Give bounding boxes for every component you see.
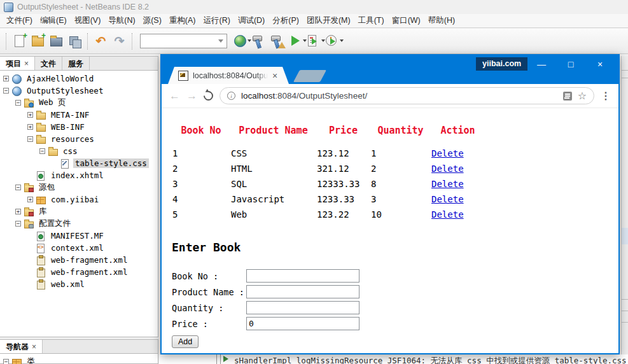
menu-debug[interactable]: 调试(D) bbox=[234, 14, 269, 27]
add-button[interactable]: Add bbox=[172, 335, 199, 348]
price-input[interactable] bbox=[246, 317, 359, 330]
browser-tab[interactable]: localhost:8084/OutputS × bbox=[168, 67, 289, 84]
collapse-icon[interactable] bbox=[15, 221, 21, 227]
menu-window[interactable]: 窗口(W) bbox=[388, 14, 424, 27]
table-row: 5Web123.2210Delete bbox=[172, 209, 485, 224]
menu-team[interactable]: 团队开发(M) bbox=[303, 14, 354, 27]
menu-edit[interactable]: 编辑(E) bbox=[36, 14, 71, 27]
webxml-file-icon bbox=[36, 280, 46, 289]
expand-icon[interactable] bbox=[15, 209, 21, 214]
delete-link[interactable]: Delete bbox=[431, 179, 464, 189]
bookmark-star-icon[interactable]: ☆ bbox=[578, 91, 587, 101]
tree-item-source-packages[interactable]: 源包 bbox=[0, 181, 158, 193]
webxml-file-icon bbox=[36, 256, 46, 265]
url-text: localhost:8084/OutputStylesheet/ bbox=[241, 91, 367, 101]
menu-refactor[interactable]: 重构(A) bbox=[165, 14, 200, 27]
close-button[interactable]: × bbox=[585, 59, 615, 70]
delete-link[interactable]: Delete bbox=[431, 194, 464, 204]
new-file-button[interactable]: + bbox=[11, 32, 28, 50]
redo-button[interactable]: ↷ bbox=[111, 32, 128, 50]
web-folder-icon bbox=[24, 99, 34, 108]
book-no-input[interactable] bbox=[246, 269, 359, 283]
tree-item-web-fragment-xml[interactable]: web-fragment.xml bbox=[0, 254, 158, 266]
tree-item-libraries[interactable]: 库 bbox=[0, 206, 158, 218]
collapse-icon[interactable] bbox=[3, 359, 9, 364]
tree-item-ajaxhelloworld[interactable]: AjaxHelloWorld bbox=[0, 73, 158, 85]
tree-item-web-fragment-xml-2[interactable]: web-fragment.xml bbox=[0, 266, 158, 278]
delete-link[interactable]: Delete bbox=[431, 164, 464, 174]
expand-icon[interactable] bbox=[27, 112, 33, 118]
menu-run[interactable]: 运行(R) bbox=[200, 14, 234, 27]
collapse-icon[interactable] bbox=[3, 88, 9, 94]
delete-link[interactable]: Delete bbox=[431, 209, 464, 220]
tab-files[interactable]: 文件 bbox=[35, 57, 62, 70]
open-project-button[interactable] bbox=[48, 32, 65, 50]
close-tab-icon[interactable]: × bbox=[32, 342, 36, 351]
delete-link[interactable]: Delete bbox=[431, 148, 464, 158]
menu-help[interactable]: 帮助(H) bbox=[424, 14, 459, 27]
tree-item-com-yiibai[interactable]: com.yiibai bbox=[0, 193, 158, 206]
toolbar-separator bbox=[132, 33, 133, 50]
reload-icon[interactable] bbox=[202, 89, 215, 102]
expand-icon[interactable] bbox=[27, 124, 33, 130]
configuration-combobox[interactable] bbox=[140, 34, 227, 48]
tree-item-manifest-mf[interactable]: MANIFEST.MF bbox=[0, 230, 158, 242]
undo-button[interactable]: ↶ bbox=[92, 32, 109, 50]
save-all-button[interactable] bbox=[66, 32, 83, 50]
navigator-panel: 导航器× 类 bbox=[0, 339, 158, 364]
form-row: Book No : bbox=[172, 268, 618, 284]
tree-item-css-folder[interactable]: css bbox=[0, 145, 158, 157]
run-project-button[interactable] bbox=[287, 32, 304, 50]
menu-navigate[interactable]: 导航(N) bbox=[104, 14, 139, 27]
collapse-icon[interactable] bbox=[15, 185, 21, 190]
menu-profile[interactable]: 分析(P) bbox=[269, 14, 303, 27]
debug-project-button[interactable] bbox=[305, 32, 323, 50]
new-tab-button[interactable] bbox=[293, 70, 326, 82]
quantity-input[interactable] bbox=[246, 301, 359, 314]
tree-item-context-xml[interactable]: context.xml bbox=[0, 242, 158, 254]
maximize-button[interactable]: □ bbox=[556, 59, 585, 70]
rerun-icon[interactable] bbox=[223, 356, 228, 362]
tab-navigator[interactable]: 导航器× bbox=[0, 340, 43, 353]
minimize-button[interactable]: — bbox=[527, 59, 556, 70]
navigator-item-classes[interactable]: 类 bbox=[0, 356, 158, 364]
collapse-icon[interactable] bbox=[39, 148, 45, 154]
menu-tools[interactable]: 工具(T) bbox=[354, 14, 388, 27]
tree-item-outputstylesheet[interactable]: OutputStylesheet bbox=[0, 85, 158, 97]
tab-services[interactable]: 服务 bbox=[62, 57, 90, 70]
close-tab-icon[interactable]: × bbox=[272, 71, 277, 80]
clean-build-button[interactable] bbox=[269, 32, 286, 50]
tree-item-resources[interactable]: resources bbox=[0, 133, 158, 145]
profile-project-button[interactable] bbox=[324, 32, 341, 50]
folder-icon bbox=[36, 123, 46, 132]
tab-projects[interactable]: 项目× bbox=[0, 57, 35, 70]
forward-icon[interactable]: → bbox=[186, 90, 197, 102]
page-info-icon[interactable]: i bbox=[227, 92, 235, 100]
tree-item-meta-inf[interactable]: META-INF bbox=[0, 109, 158, 121]
collapse-icon[interactable] bbox=[15, 100, 21, 106]
col-header-product-name: Product Name bbox=[230, 125, 316, 148]
new-project-button[interactable]: + bbox=[29, 32, 46, 50]
translate-icon[interactable] bbox=[563, 92, 572, 101]
tree-item-table-style-css[interactable]: table-style.css bbox=[0, 157, 158, 169]
close-tab-icon[interactable]: × bbox=[24, 59, 29, 68]
browser-menu-icon[interactable]: ⋮ bbox=[601, 91, 611, 101]
tree-item-configuration-files[interactable]: 配置文件 bbox=[0, 218, 158, 230]
collapse-icon[interactable] bbox=[27, 136, 33, 142]
menu-view[interactable]: 视图(V) bbox=[71, 14, 105, 27]
tree-item-web-xml[interactable]: web.xml bbox=[0, 278, 158, 290]
menu-file[interactable]: 文件(F) bbox=[3, 14, 36, 27]
product-name-input[interactable] bbox=[246, 285, 359, 298]
url-field[interactable]: i localhost:8084/OutputStylesheet/ ☆ bbox=[220, 87, 594, 104]
expand-icon[interactable] bbox=[27, 197, 33, 202]
tree-item-web-pages[interactable]: Web 页 bbox=[0, 97, 158, 109]
toolbar-separator bbox=[87, 33, 88, 50]
tree-item-index-xhtml[interactable]: index.xhtml bbox=[0, 169, 158, 181]
tree-item-web-inf[interactable]: WEB-INF bbox=[0, 121, 158, 133]
expand-icon[interactable] bbox=[3, 76, 9, 81]
back-icon[interactable]: ← bbox=[169, 90, 180, 102]
menu-source[interactable]: 源(S) bbox=[139, 14, 165, 27]
globe-icon bbox=[234, 35, 246, 47]
build-button[interactable] bbox=[250, 32, 267, 50]
deploy-button[interactable] bbox=[232, 32, 249, 50]
